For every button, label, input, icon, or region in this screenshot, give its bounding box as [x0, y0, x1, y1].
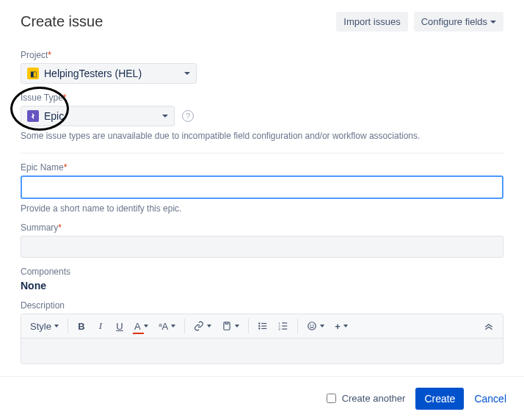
svg-point-15	[313, 325, 314, 326]
issue-type-value: Epic	[44, 110, 64, 122]
rte-toolbar: Style B I U A ᵃA	[21, 314, 503, 338]
chevron-down-icon	[54, 325, 59, 327]
components-label: Components	[21, 267, 503, 277]
chevron-down-icon	[207, 325, 211, 327]
rte-attachment-button[interactable]	[217, 318, 244, 334]
chevron-down-icon	[144, 325, 148, 327]
rte-collapse-button[interactable]	[479, 319, 498, 333]
chevron-down-icon	[343, 325, 348, 327]
svg-rect-5	[262, 325, 267, 326]
rte-text-color-button[interactable]: A	[130, 318, 153, 335]
create-another-input[interactable]	[327, 394, 336, 403]
dialog-footer: Create another Create Cancel	[0, 376, 524, 420]
components-value[interactable]: None	[21, 280, 503, 292]
rte-italic-button[interactable]: I	[92, 317, 109, 335]
separator	[68, 319, 68, 333]
rte-more-button[interactable]: +	[330, 318, 352, 335]
svg-point-3	[258, 327, 260, 329]
chevron-down-icon	[162, 115, 168, 117]
rich-text-editor: Style B I U A ᵃA	[21, 314, 503, 364]
svg-text:3: 3	[279, 327, 281, 331]
issue-type-select[interactable]: Epic	[21, 106, 175, 126]
svg-rect-12	[283, 329, 288, 330]
svg-point-14	[310, 325, 311, 326]
chevron-down-icon	[320, 325, 324, 327]
separator	[248, 319, 249, 333]
issue-type-label: Issue Type*	[21, 93, 503, 103]
summary-label: Summary*	[21, 222, 503, 233]
project-icon: ◧	[27, 68, 39, 79]
rte-underline-button[interactable]: U	[111, 318, 128, 335]
create-another-checkbox[interactable]: Create another	[324, 391, 406, 405]
project-label: Project*	[21, 50, 503, 60]
svg-rect-6	[262, 328, 267, 329]
chevron-down-icon	[490, 21, 496, 23]
chevron-down-icon	[235, 325, 239, 327]
form-scroll-area[interactable]: Project* ◧ HelpingTesters (HEL) Issue Ty…	[0, 37, 524, 376]
svg-rect-4	[262, 323, 267, 324]
configure-fields-label: Configure fields	[421, 16, 487, 27]
cancel-link[interactable]: Cancel	[474, 393, 506, 405]
description-textarea[interactable]	[21, 338, 503, 363]
svg-point-13	[308, 322, 316, 330]
create-button[interactable]: Create	[415, 388, 464, 410]
svg-point-1	[258, 322, 260, 324]
issue-type-hint: Some issue types are unavailable due to …	[21, 131, 503, 141]
rte-style-dropdown[interactable]: Style	[26, 318, 63, 335]
rte-numbered-list-button[interactable]: 123	[274, 318, 293, 334]
rte-link-button[interactable]	[189, 318, 216, 334]
project-value: HelpingTesters (HEL)	[44, 68, 142, 79]
help-icon[interactable]: ?	[182, 110, 194, 122]
description-label: Description	[21, 300, 503, 311]
rte-emoji-button[interactable]	[302, 318, 329, 334]
rte-bold-button[interactable]: B	[73, 318, 90, 335]
epic-name-input[interactable]	[21, 175, 503, 199]
dialog-title: Create issue	[21, 13, 103, 30]
separator	[297, 319, 298, 333]
summary-input[interactable]	[21, 236, 503, 258]
rte-text-size-button[interactable]: ᵃA	[154, 318, 181, 335]
epic-name-hint: Provide a short name to identify this ep…	[21, 203, 503, 214]
project-select[interactable]: ◧ HelpingTesters (HEL)	[21, 63, 197, 84]
separator	[184, 319, 185, 333]
chevron-down-icon	[184, 72, 190, 75]
epic-icon	[27, 110, 39, 122]
rte-bullet-list-button[interactable]	[253, 318, 272, 334]
import-issues-button[interactable]: Import issues	[336, 12, 407, 32]
import-issues-label: Import issues	[343, 16, 400, 27]
svg-point-2	[258, 325, 260, 327]
svg-rect-11	[283, 325, 288, 326]
chevron-down-icon	[171, 325, 175, 327]
create-another-label: Create another	[342, 393, 406, 404]
configure-fields-button[interactable]: Configure fields	[414, 12, 503, 32]
svg-rect-10	[283, 322, 288, 323]
epic-name-label: Epic Name*	[21, 162, 503, 173]
svg-rect-0	[224, 322, 230, 330]
